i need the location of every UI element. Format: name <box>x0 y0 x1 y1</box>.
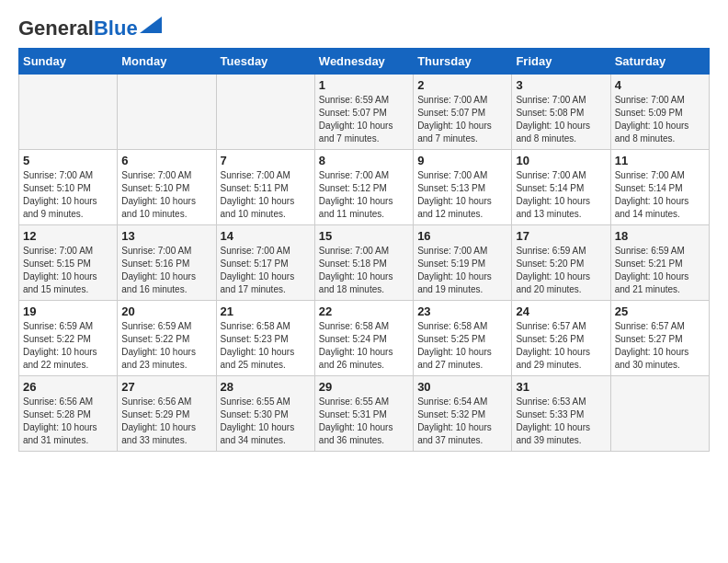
calendar-cell: 23Sunrise: 6:58 AMSunset: 5:25 PMDayligh… <box>414 301 512 376</box>
day-info: Sunrise: 7:00 AMSunset: 5:14 PMDaylight:… <box>516 169 606 221</box>
day-number: 26 <box>23 380 113 394</box>
day-number: 16 <box>417 229 507 243</box>
calendar-cell: 3Sunrise: 7:00 AMSunset: 5:08 PMDaylight… <box>512 75 610 150</box>
day-info: Sunrise: 7:00 AMSunset: 5:10 PMDaylight:… <box>23 169 113 221</box>
day-info: Sunrise: 7:00 AMSunset: 5:07 PMDaylight:… <box>417 94 507 145</box>
day-info: Sunrise: 6:57 AMSunset: 5:26 PMDaylight:… <box>516 320 606 372</box>
day-info: Sunrise: 7:00 AMSunset: 5:12 PMDaylight:… <box>319 169 409 221</box>
day-number: 6 <box>121 154 211 167</box>
day-number: 8 <box>319 154 409 167</box>
day-info: Sunrise: 6:59 AMSunset: 5:22 PMDaylight:… <box>121 320 211 372</box>
weekday-header-monday: Monday <box>118 49 216 75</box>
calendar-cell: 13Sunrise: 7:00 AMSunset: 5:16 PMDayligh… <box>118 225 216 301</box>
day-number: 12 <box>23 229 113 243</box>
calendar-cell: 1Sunrise: 6:59 AMSunset: 5:07 PMDaylight… <box>314 75 413 150</box>
day-info: Sunrise: 6:59 AMSunset: 5:21 PMDaylight:… <box>615 245 705 296</box>
day-number: 9 <box>417 154 507 167</box>
day-number: 7 <box>221 154 311 167</box>
calendar-cell: 16Sunrise: 7:00 AMSunset: 5:19 PMDayligh… <box>414 225 512 301</box>
calendar-cell: 12Sunrise: 7:00 AMSunset: 5:15 PMDayligh… <box>19 225 118 301</box>
day-number: 19 <box>23 304 113 318</box>
weekday-header-saturday: Saturday <box>610 49 709 75</box>
day-info: Sunrise: 7:00 AMSunset: 5:17 PMDaylight:… <box>221 245 311 296</box>
day-number: 15 <box>319 229 409 243</box>
calendar-cell: 8Sunrise: 7:00 AMSunset: 5:12 PMDaylight… <box>314 150 413 225</box>
day-info: Sunrise: 6:58 AMSunset: 5:23 PMDaylight:… <box>221 320 311 372</box>
day-number: 11 <box>615 154 705 167</box>
weekday-header-thursday: Thursday <box>414 49 512 75</box>
calendar-cell: 28Sunrise: 6:55 AMSunset: 5:30 PMDayligh… <box>216 376 314 452</box>
calendar-cell: 4Sunrise: 7:00 AMSunset: 5:09 PMDaylight… <box>610 75 709 150</box>
day-number: 17 <box>516 229 606 243</box>
calendar-cell <box>610 376 709 452</box>
day-number: 18 <box>615 229 705 243</box>
day-info: Sunrise: 6:58 AMSunset: 5:24 PMDaylight:… <box>319 320 409 372</box>
calendar-cell: 2Sunrise: 7:00 AMSunset: 5:07 PMDaylight… <box>414 75 512 150</box>
day-number: 23 <box>417 304 507 318</box>
day-info: Sunrise: 6:59 AMSunset: 5:22 PMDaylight:… <box>23 320 113 372</box>
calendar-cell: 14Sunrise: 7:00 AMSunset: 5:17 PMDayligh… <box>216 225 314 301</box>
calendar-cell: 20Sunrise: 6:59 AMSunset: 5:22 PMDayligh… <box>118 301 216 376</box>
calendar-week-row: 5Sunrise: 7:00 AMSunset: 5:10 PMDaylight… <box>19 150 710 225</box>
logo: GeneralBlue <box>18 18 162 39</box>
calendar-cell <box>19 75 118 150</box>
calendar-cell: 22Sunrise: 6:58 AMSunset: 5:24 PMDayligh… <box>314 301 413 376</box>
day-number: 2 <box>417 78 507 92</box>
day-number: 29 <box>319 380 409 394</box>
calendar-cell: 27Sunrise: 6:56 AMSunset: 5:29 PMDayligh… <box>118 376 216 452</box>
day-info: Sunrise: 6:56 AMSunset: 5:29 PMDaylight:… <box>121 396 211 447</box>
day-info: Sunrise: 7:00 AMSunset: 5:08 PMDaylight:… <box>516 94 606 145</box>
day-info: Sunrise: 6:59 AMSunset: 5:20 PMDaylight:… <box>516 245 606 296</box>
calendar-cell: 9Sunrise: 7:00 AMSunset: 5:13 PMDaylight… <box>414 150 512 225</box>
day-info: Sunrise: 7:00 AMSunset: 5:16 PMDaylight:… <box>121 245 211 296</box>
day-number: 20 <box>121 304 211 318</box>
calendar-week-row: 12Sunrise: 7:00 AMSunset: 5:15 PMDayligh… <box>19 225 710 301</box>
page-header: GeneralBlue <box>18 18 710 39</box>
day-info: Sunrise: 7:00 AMSunset: 5:13 PMDaylight:… <box>417 169 507 221</box>
day-info: Sunrise: 7:00 AMSunset: 5:09 PMDaylight:… <box>615 94 705 145</box>
day-number: 3 <box>516 78 606 92</box>
calendar-cell: 18Sunrise: 6:59 AMSunset: 5:21 PMDayligh… <box>610 225 709 301</box>
weekday-header-row: SundayMondayTuesdayWednesdayThursdayFrid… <box>19 49 710 75</box>
day-info: Sunrise: 7:00 AMSunset: 5:14 PMDaylight:… <box>615 169 705 221</box>
day-info: Sunrise: 7:00 AMSunset: 5:10 PMDaylight:… <box>121 169 211 221</box>
calendar-cell: 31Sunrise: 6:53 AMSunset: 5:33 PMDayligh… <box>512 376 610 452</box>
logo-icon <box>140 17 162 33</box>
calendar-cell: 15Sunrise: 7:00 AMSunset: 5:18 PMDayligh… <box>314 225 413 301</box>
calendar-cell: 30Sunrise: 6:54 AMSunset: 5:32 PMDayligh… <box>414 376 512 452</box>
calendar-cell: 21Sunrise: 6:58 AMSunset: 5:23 PMDayligh… <box>216 301 314 376</box>
day-info: Sunrise: 6:56 AMSunset: 5:28 PMDaylight:… <box>23 396 113 447</box>
calendar-cell: 26Sunrise: 6:56 AMSunset: 5:28 PMDayligh… <box>19 376 118 452</box>
day-number: 21 <box>221 304 311 318</box>
weekday-header-tuesday: Tuesday <box>216 49 314 75</box>
day-info: Sunrise: 7:00 AMSunset: 5:18 PMDaylight:… <box>319 245 409 296</box>
day-info: Sunrise: 6:58 AMSunset: 5:25 PMDaylight:… <box>417 320 507 372</box>
calendar-cell: 25Sunrise: 6:57 AMSunset: 5:27 PMDayligh… <box>610 301 709 376</box>
calendar-cell: 19Sunrise: 6:59 AMSunset: 5:22 PMDayligh… <box>19 301 118 376</box>
day-number: 4 <box>615 78 705 92</box>
calendar-cell: 24Sunrise: 6:57 AMSunset: 5:26 PMDayligh… <box>512 301 610 376</box>
calendar-cell <box>216 75 314 150</box>
calendar-cell: 10Sunrise: 7:00 AMSunset: 5:14 PMDayligh… <box>512 150 610 225</box>
day-number: 22 <box>319 304 409 318</box>
day-number: 1 <box>319 78 409 92</box>
day-info: Sunrise: 7:00 AMSunset: 5:19 PMDaylight:… <box>417 245 507 296</box>
day-number: 14 <box>221 229 311 243</box>
weekday-header-sunday: Sunday <box>19 49 118 75</box>
day-info: Sunrise: 7:00 AMSunset: 5:11 PMDaylight:… <box>221 169 311 221</box>
svg-marker-0 <box>140 17 162 33</box>
day-number: 24 <box>516 304 606 318</box>
calendar-cell: 5Sunrise: 7:00 AMSunset: 5:10 PMDaylight… <box>19 150 118 225</box>
calendar-cell: 6Sunrise: 7:00 AMSunset: 5:10 PMDaylight… <box>118 150 216 225</box>
logo-text: GeneralBlue <box>18 18 138 39</box>
calendar-cell: 17Sunrise: 6:59 AMSunset: 5:20 PMDayligh… <box>512 225 610 301</box>
day-number: 28 <box>221 380 311 394</box>
weekday-header-wednesday: Wednesday <box>314 49 413 75</box>
day-info: Sunrise: 6:59 AMSunset: 5:07 PMDaylight:… <box>319 94 409 145</box>
day-number: 25 <box>615 304 705 318</box>
calendar-cell <box>118 75 216 150</box>
day-number: 31 <box>516 380 606 394</box>
day-info: Sunrise: 6:55 AMSunset: 5:31 PMDaylight:… <box>319 396 409 447</box>
calendar-table: SundayMondayTuesdayWednesdayThursdayFrid… <box>18 48 710 452</box>
day-info: Sunrise: 6:53 AMSunset: 5:33 PMDaylight:… <box>516 396 606 447</box>
